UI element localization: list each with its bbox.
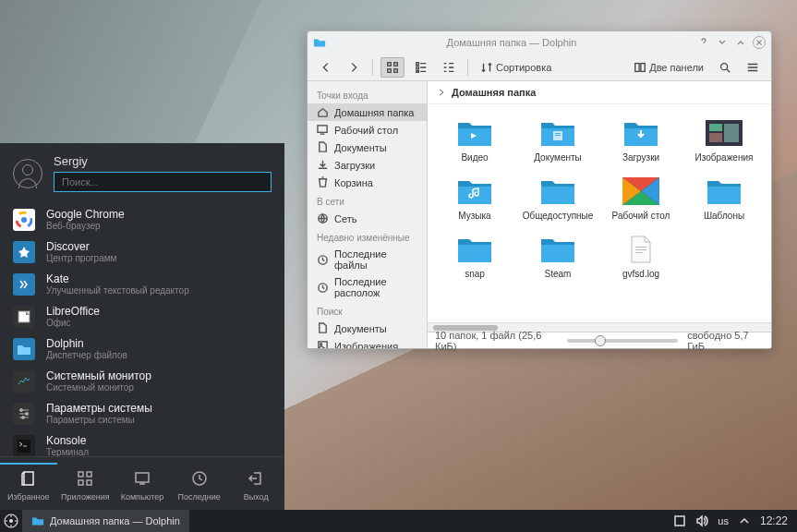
forward-button[interactable] [343,58,365,77]
svg-point-9 [22,416,25,418]
trash-icon [317,176,329,188]
sidebar-item[interactable]: Корзина [308,174,427,191]
sysmon-icon [13,370,35,393]
file-item[interactable]: Документы [518,114,598,166]
kate-icon [13,273,35,296]
maximize-button[interactable] [734,36,747,49]
file-item[interactable]: Загрузки [601,114,681,166]
back-button[interactable] [315,58,337,77]
sidebar-item[interactable]: Документы [308,139,427,156]
help-button[interactable] [697,36,710,49]
file-grid[interactable]: ВидеоДокументыЗагрузкиИзображенияМузыкаО… [428,104,771,322]
file-item[interactable]: gvfsd.log [601,230,681,283]
svg-point-5 [16,276,32,293]
titlebar[interactable]: Домашняя папка — Dolphin [308,31,771,54]
sidebar-item[interactable]: Документы [308,320,427,337]
svg-rect-36 [555,135,561,136]
window-title: Домашняя папка — Dolphin [332,37,692,48]
svg-rect-6 [18,311,30,322]
file-item[interactable]: Шаблоны [684,172,764,224]
svg-point-46 [9,519,13,523]
svg-rect-20 [394,68,398,72]
toolbar: Сортировка Две панели [308,54,771,81]
free-space-label: свободно 5,7 ГиБ [687,330,764,352]
svg-rect-21 [417,62,419,65]
svg-rect-44 [635,252,643,253]
favorites-list: Google ChromeВеб-браузерDiscoverЦентр пр… [0,200,284,456]
app-item-konsole[interactable]: KonsoleТерминал [0,429,284,456]
svg-rect-39 [724,124,739,142]
sidebar-item[interactable]: Последние файлы [308,246,427,273]
search-button[interactable] [714,58,736,77]
app-item-settings[interactable]: Параметры системыПараметры системы [0,397,284,429]
app-icon [313,36,326,49]
dolphin-window: Домашняя папка — Dolphin Сортировка Две … [307,30,772,349]
svg-rect-40 [709,133,722,142]
app-item-libreoffice[interactable]: LibreOfficeОфис [0,300,284,332]
chrome-icon [13,209,35,231]
split-button[interactable]: Две панели [629,58,708,77]
close-button[interactable] [753,36,766,49]
user-avatar[interactable] [13,159,42,188]
svg-point-7 [20,408,23,411]
task-dolphin[interactable]: Домашняя папка — Dolphin [22,510,189,532]
file-item[interactable]: Изображения [684,114,764,166]
minimize-button[interactable] [716,36,729,49]
app-item-sysmon[interactable]: Системный мониторСистемный монитор [0,365,284,397]
tab-1[interactable]: Приложения [57,465,115,507]
svg-rect-13 [78,480,83,485]
svg-rect-25 [641,63,645,71]
places-panel: Точки входаДомашняя папкаРабочий столДок… [308,81,428,348]
clock-icon [317,282,329,294]
sidebar-item[interactable]: Домашняя папка [308,103,427,121]
sidebar-item[interactable]: Загрузки [308,156,427,174]
app-item-chrome[interactable]: Google ChromeВеб-браузер [0,203,284,236]
sidebar-item[interactable]: Изображения [308,337,427,348]
svg-point-32 [320,344,322,345]
file-item[interactable]: Рабочий стол [601,172,681,224]
svg-rect-43 [635,249,646,250]
sort-button[interactable]: Сортировка [476,58,556,77]
app-item-kate[interactable]: KateУлучшенный текстовый редактор [0,268,284,300]
app-item-discover[interactable]: DiscoverЦентр программ [0,236,284,268]
tab-3[interactable]: Последние [171,465,228,507]
start-button[interactable] [0,510,22,532]
menu-button[interactable] [742,58,764,77]
svg-rect-42 [635,247,646,248]
sidebar-item[interactable]: Рабочий стол [308,121,427,139]
discover-icon [13,241,35,263]
file-item[interactable]: Steam [518,230,598,283]
clock[interactable]: 12:22 [760,514,788,527]
view-compact-button[interactable] [410,58,432,77]
image-icon [317,340,329,348]
volume-icon[interactable] [695,514,708,527]
sidebar-item[interactable]: Сеть [308,210,427,227]
app-launcher-menu: Sergiy Google ChromeВеб-браузерDiscoverЦ… [0,143,284,511]
sidebar-item[interactable]: Последние располож [308,273,427,301]
expand-tray-icon[interactable] [738,514,751,527]
tab-4[interactable]: Выход [227,465,284,507]
file-item[interactable]: Общедоступные [518,172,598,224]
keyboard-layout[interactable]: us [718,515,729,526]
desktop-icon [317,124,329,136]
breadcrumb-label: Домашняя папка [452,87,536,98]
file-item[interactable]: snap [435,230,514,283]
zoom-slider[interactable] [567,339,678,343]
breadcrumb[interactable]: Домашняя папка [428,81,771,104]
system-tray: us 12:22 [664,514,797,527]
search-input[interactable] [54,172,272,192]
dolphin-icon [13,338,35,360]
tray-icon[interactable] [673,514,686,527]
svg-rect-14 [87,480,91,485]
view-icons-button[interactable] [380,57,405,78]
tab-2[interactable]: Компьютер [114,465,171,507]
settings-icon [13,403,35,425]
home-icon [317,106,329,118]
file-item[interactable]: Музыка [435,172,514,224]
doc-icon [317,141,329,153]
view-details-button[interactable] [438,58,460,77]
app-item-dolphin[interactable]: DolphinДиспетчер файлов [0,332,284,365]
tab-0[interactable]: Избранное [0,463,57,507]
file-item[interactable]: Видео [435,114,514,166]
svg-point-4 [21,217,27,223]
